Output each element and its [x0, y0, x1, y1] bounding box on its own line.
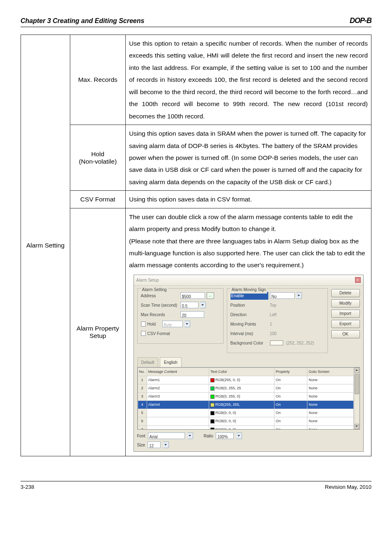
- address-browse-button[interactable]: ...: [207, 292, 214, 299]
- color-swatch-icon: [210, 395, 214, 399]
- grid-prop[interactable]: On: [274, 376, 307, 384]
- scroll-up-icon[interactable]: [355, 368, 359, 373]
- grid-color[interactable]: RGB(255, 255,: [209, 401, 274, 409]
- import-button[interactable]: Import: [331, 310, 360, 318]
- table-row[interactable]: 3Alarm3RGB(0, 255, 0)OnNone: [138, 393, 353, 401]
- ratio-dropdown[interactable]: [236, 432, 242, 439]
- enable-select[interactable]: No: [270, 292, 295, 299]
- modify-button[interactable]: Modify: [331, 299, 360, 308]
- scan-dropdown[interactable]: [200, 302, 206, 308]
- tab-english[interactable]: English: [160, 357, 182, 367]
- grid-color[interactable]: RGB(0, 0, 0): [209, 409, 274, 417]
- grid-prop[interactable]: On: [274, 401, 307, 409]
- alarm-prop-body: The user can double click a row of the a…: [129, 211, 368, 271]
- grid-no[interactable]: 2: [138, 384, 147, 393]
- table-row[interactable]: 5RGB(0, 0, 0)OnNone: [138, 409, 353, 417]
- page-number: 3-238: [21, 484, 34, 490]
- grid-goto[interactable]: None: [307, 384, 353, 393]
- font-dropdown[interactable]: [187, 432, 193, 439]
- chevron-down-icon: [186, 323, 188, 325]
- grid-goto[interactable]: None: [307, 376, 353, 384]
- grid-goto[interactable]: None: [307, 417, 353, 426]
- table-row[interactable]: 4Alarm4RGB(255, 255,OnNone: [138, 401, 353, 409]
- color-swatch-icon: [210, 428, 214, 430]
- font-select[interactable]: Arial: [148, 432, 185, 439]
- hold-label: Hold (Non-volatile): [70, 125, 126, 191]
- hold-body: Using this option saves data in SRAM whe…: [126, 125, 371, 191]
- grid-color[interactable]: RGB(255, 0, 0): [209, 376, 274, 384]
- grid-no[interactable]: 4: [138, 401, 147, 409]
- grid-prop[interactable]: On: [274, 417, 307, 426]
- scroll-thumb[interactable]: [355, 374, 359, 394]
- direction-value: Left: [270, 311, 277, 319]
- csv-checkbox[interactable]: [141, 331, 146, 336]
- grid-no[interactable]: 3: [138, 393, 147, 401]
- grid-goto[interactable]: None: [307, 393, 353, 401]
- color-swatch-icon: [210, 403, 214, 407]
- grid-no[interactable]: 6: [138, 417, 147, 426]
- scroll-down-icon[interactable]: [355, 424, 359, 429]
- grid-prop[interactable]: On: [274, 384, 307, 393]
- grid-prop[interactable]: On: [274, 409, 307, 417]
- size-dropdown[interactable]: [163, 442, 169, 448]
- grid-header[interactable]: Goto Screen: [307, 368, 353, 376]
- grid-header[interactable]: Property: [274, 368, 307, 376]
- grid-color[interactable]: RGB(0, 255, 0): [209, 393, 274, 401]
- grid-no[interactable]: 7: [138, 426, 147, 430]
- grid-color[interactable]: RGB(0, 0, 0): [209, 426, 274, 430]
- language-tabs: Default English: [137, 357, 360, 367]
- grid-msg[interactable]: [147, 417, 209, 426]
- hold-type-dropdown[interactable]: [184, 321, 190, 327]
- table-row[interactable]: 7RGB(0, 0, 0)OnNone: [138, 426, 353, 430]
- dialog-titlebar[interactable]: Alarm Setup ×: [134, 275, 363, 286]
- grid-header[interactable]: Text Color: [209, 368, 274, 376]
- grid-goto[interactable]: None: [307, 401, 353, 409]
- grid-header[interactable]: No.: [138, 368, 147, 376]
- max-input[interactable]: 20: [180, 311, 204, 318]
- alarm-prop-cell: The user can double click a row of the a…: [126, 208, 371, 456]
- bgcolor-swatch[interactable]: [270, 340, 283, 345]
- hold-checkbox[interactable]: [141, 321, 146, 326]
- moving-sign-group: Alarm Moving Sign Enable No PositionTop …: [227, 288, 328, 353]
- table-row[interactable]: 6RGB(0, 0, 0)OnNone: [138, 417, 353, 426]
- export-button[interactable]: Export: [331, 320, 360, 328]
- grid-msg[interactable]: Alarm1: [147, 376, 209, 384]
- grid-prop[interactable]: On: [274, 426, 307, 430]
- ok-button[interactable]: OK: [331, 330, 360, 338]
- grid-no[interactable]: 5: [138, 409, 147, 417]
- chevron-down-icon: [189, 435, 191, 437]
- color-swatch-icon: [210, 378, 214, 382]
- delete-button[interactable]: Delete: [331, 289, 360, 297]
- grid-color[interactable]: RGB(0, 255, 25: [209, 384, 274, 393]
- grid-goto[interactable]: None: [307, 409, 353, 417]
- hold-label-1: Hold: [91, 150, 104, 157]
- alarm-grid[interactable]: No.Message ContentText ColorPropertyGoto…: [138, 368, 354, 430]
- interval-label: Interval (ms): [231, 330, 268, 338]
- grid-header[interactable]: Message Content: [147, 368, 209, 376]
- grid-msg[interactable]: Alarm4: [147, 401, 209, 409]
- grid-msg[interactable]: Alarm2: [147, 384, 209, 393]
- tab-default[interactable]: Default: [137, 357, 159, 367]
- grid-msg[interactable]: [147, 426, 209, 430]
- page-header: Chapter 3 Creating and Editing Screens D…: [21, 16, 371, 27]
- address-input[interactable]: $500: [180, 292, 205, 299]
- hold-type-input[interactable]: Byte: [162, 321, 183, 327]
- ratio-select[interactable]: 100%: [216, 432, 234, 439]
- row-group-label: Alarm Setting: [21, 35, 70, 456]
- alarm-setting-legend: Alarm Setting: [141, 286, 168, 294]
- table-row[interactable]: 1Alarm1RGB(255, 0, 0)OnNone: [138, 376, 353, 384]
- grid-prop[interactable]: On: [274, 393, 307, 401]
- grid-msg[interactable]: [147, 409, 209, 417]
- scan-input[interactable]: 0.5: [180, 302, 198, 308]
- grid-msg[interactable]: Alarm3: [147, 393, 209, 401]
- alarm-grid-wrap: No.Message ContentText ColorPropertyGoto…: [137, 367, 360, 430]
- table-row[interactable]: 2Alarm2RGB(0, 255, 25OnNone: [138, 384, 353, 393]
- grid-no[interactable]: 1: [138, 376, 147, 384]
- close-icon[interactable]: ×: [355, 277, 361, 283]
- grid-color[interactable]: RGB(0, 0, 0): [209, 417, 274, 426]
- grid-scrollbar[interactable]: [354, 368, 360, 429]
- size-select[interactable]: 12: [148, 442, 161, 448]
- scan-label: Scan Time (second): [141, 301, 179, 309]
- enable-dropdown[interactable]: [296, 292, 302, 299]
- grid-goto[interactable]: None: [307, 426, 353, 430]
